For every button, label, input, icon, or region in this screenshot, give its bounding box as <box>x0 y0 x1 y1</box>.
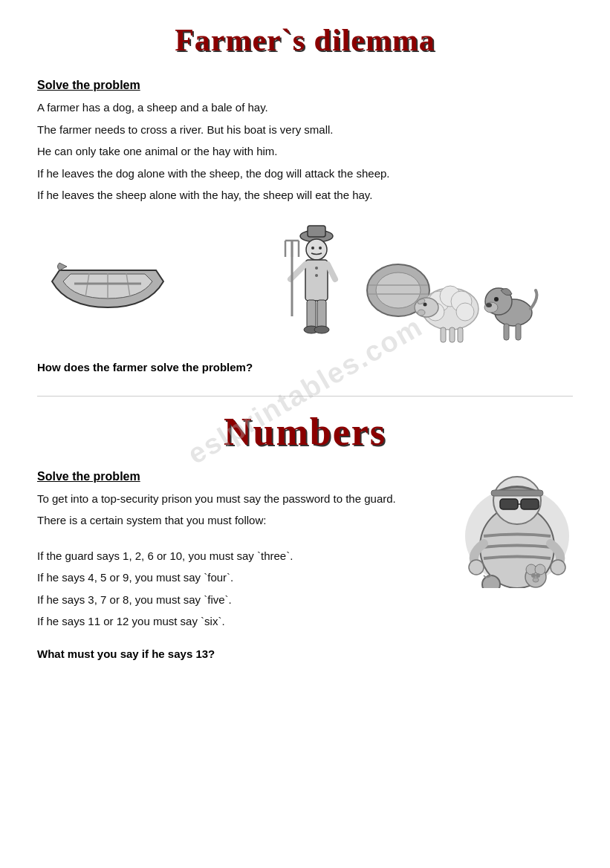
page2-question: What must you say if he says 13? <box>37 647 573 660</box>
numbers-rule-4: If he says 11 or 12 you must say `six`. <box>37 612 468 631</box>
page1-question: How does the farmer solve the problem? <box>37 361 573 373</box>
svg-point-60 <box>531 573 536 578</box>
numbers-rule-1: If the guard says 1, 2, 6 or 10, you mus… <box>37 546 468 566</box>
svg-point-43 <box>486 303 492 307</box>
problem-line-5: If he leaves the sheep alone with the ha… <box>37 186 573 205</box>
svg-rect-20 <box>317 300 326 330</box>
svg-line-13 <box>328 264 335 279</box>
problem-line-3: He can only take one animal or the hay w… <box>37 142 573 161</box>
svg-point-6 <box>306 239 327 260</box>
numbers-intro-2: There is a certain system that you must … <box>37 511 468 530</box>
guard-illustration <box>454 440 573 591</box>
svg-rect-39 <box>458 327 463 342</box>
svg-point-31 <box>456 303 474 321</box>
numbers-text-area: To get into a top-security prison you mu… <box>37 489 468 631</box>
numbers-section: Numbers Solve the problem To get into a … <box>37 410 573 660</box>
svg-rect-19 <box>307 300 316 330</box>
svg-point-22 <box>314 326 329 333</box>
svg-point-8 <box>319 247 322 249</box>
svg-point-44 <box>494 297 499 301</box>
illustration-row <box>37 220 573 346</box>
problem-line-1: A farmer has a dog, a sheep and a bale o… <box>37 98 573 117</box>
numbers-rule-2: If he says 4, 5 or 9, you must say `four… <box>37 568 468 587</box>
svg-point-11 <box>315 274 318 277</box>
farmer-animals-illustration <box>186 220 573 346</box>
svg-point-35 <box>423 302 426 306</box>
boat-illustration <box>37 241 186 325</box>
svg-point-54 <box>469 560 484 575</box>
svg-rect-37 <box>441 327 446 342</box>
svg-point-55 <box>551 560 565 575</box>
svg-rect-45 <box>504 324 509 340</box>
page1-section-label: Solve the problem <box>37 79 573 92</box>
numbers-rule-3: If he says 3, 7 or 8, you must say `five… <box>37 590 468 610</box>
numbers-intro-1: To get into a top-security prison you mu… <box>37 489 468 509</box>
svg-rect-50 <box>491 490 543 496</box>
svg-point-59 <box>535 564 545 575</box>
svg-point-10 <box>315 267 318 270</box>
page1-problem-text: A farmer has a dog, a sheep and a bale o… <box>37 98 573 205</box>
svg-rect-52 <box>521 499 539 509</box>
page1-title: Farmer`s dilemma <box>37 22 573 58</box>
svg-point-61 <box>536 573 540 578</box>
svg-rect-51 <box>500 499 518 509</box>
svg-point-24 <box>376 273 421 308</box>
svg-rect-46 <box>516 324 521 340</box>
svg-rect-9 <box>305 260 328 301</box>
svg-point-7 <box>311 247 314 249</box>
svg-rect-5 <box>308 226 325 237</box>
section-divider <box>37 396 573 397</box>
svg-point-62 <box>533 578 539 582</box>
problem-line-2: The farmer needs to cross a river. But h… <box>37 120 573 140</box>
problem-line-4: If he leaves the dog alone with the shee… <box>37 164 573 183</box>
svg-point-34 <box>418 310 425 316</box>
svg-rect-38 <box>450 327 455 342</box>
